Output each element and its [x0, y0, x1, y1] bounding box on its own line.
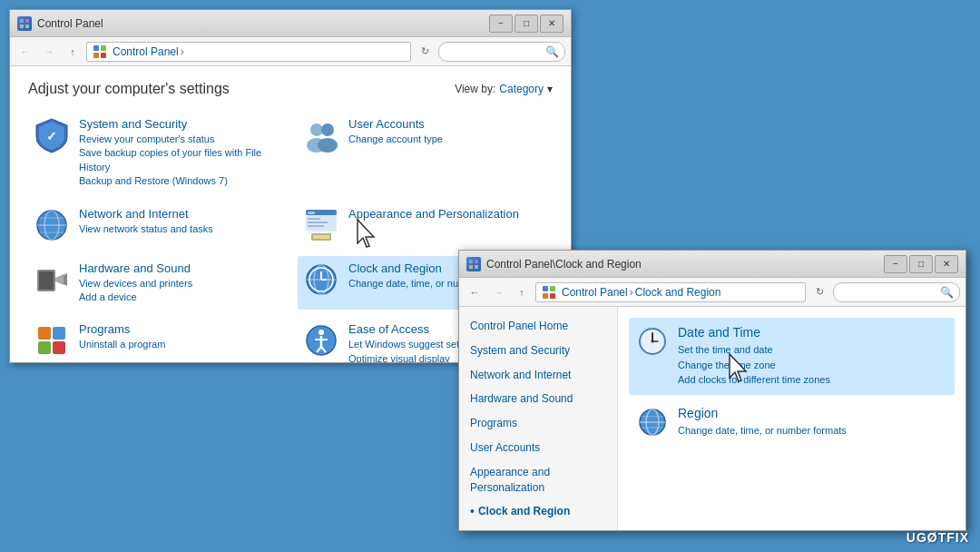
dropdown-arrow-icon: ▾: [547, 83, 553, 95]
minimize-button[interactable]: −: [489, 15, 513, 33]
svg-rect-38: [38, 341, 51, 354]
category-programs[interactable]: Programs Uninstall a program: [28, 317, 283, 362]
hardware-icon: [34, 261, 70, 298]
bullet-icon: •: [470, 504, 475, 519]
svg-rect-2: [20, 25, 24, 28]
date-time-text: Date and Time Set the time and date Chan…: [678, 325, 947, 388]
view-by: View by: Category ▾: [455, 83, 553, 95]
address-path[interactable]: Control Panel ›: [86, 42, 411, 62]
sub-search-box[interactable]: 🔍: [833, 282, 960, 302]
search-icon: 🔍: [545, 45, 559, 58]
appearance-icon: [303, 207, 339, 243]
sub-section-region[interactable]: Region Change date, time, or number form…: [629, 399, 955, 446]
main-title-bar: Control Panel − □ ✕: [10, 10, 571, 37]
sub-search-input[interactable]: [839, 286, 936, 299]
watermark: UGØTFIX: [906, 530, 969, 545]
date-time-link-3[interactable]: Add clocks for different time zones: [678, 372, 947, 388]
close-button[interactable]: ✕: [540, 15, 564, 33]
svg-rect-7: [101, 53, 106, 58]
hardware-link-2[interactable]: Add a device: [79, 291, 278, 304]
sub-main-panel: Date and Time Set the time and date Chan…: [618, 307, 965, 530]
programs-title[interactable]: Programs: [79, 322, 278, 336]
search-box[interactable]: 🔍: [438, 42, 565, 62]
sidebar-appearance[interactable]: Appearance and Personalization: [459, 460, 617, 500]
sub-sidebar: Control Panel Home System and Security N…: [459, 307, 618, 530]
category-appearance[interactable]: Appearance and Personalization: [298, 202, 553, 249]
view-by-value[interactable]: Category: [499, 83, 544, 95]
user-accounts-title[interactable]: User Accounts: [348, 117, 547, 131]
svg-rect-27: [39, 271, 54, 290]
svg-rect-25: [313, 235, 329, 239]
region-title[interactable]: Region: [678, 406, 947, 420]
view-by-label: View by:: [455, 83, 495, 95]
hardware-title[interactable]: Hardware and Sound: [79, 261, 278, 275]
category-hardware[interactable]: Hardware and Sound View devices and prin…: [28, 256, 283, 310]
sub-breadcrumb-cr[interactable]: Clock and Region: [635, 286, 721, 299]
sidebar-user-accounts[interactable]: User Accounts: [459, 436, 617, 460]
svg-point-12: [318, 138, 338, 153]
system-security-link-3[interactable]: Backup and Restore (Windows 7): [79, 174, 278, 188]
sub-back-button[interactable]: ←: [465, 282, 485, 302]
search-input[interactable]: [445, 45, 542, 58]
svg-point-9: [310, 123, 323, 136]
sub-minimize-button[interactable]: −: [884, 255, 907, 273]
back-button[interactable]: ←: [15, 42, 35, 62]
window-icon: [17, 16, 32, 31]
date-time-link-2[interactable]: Change the time zone: [678, 358, 947, 373]
sidebar-hardware-sound[interactable]: Hardware and Sound: [459, 387, 617, 411]
network-text: Network and Internet View network status…: [79, 207, 278, 236]
programs-link-1[interactable]: Uninstall a program: [79, 338, 278, 351]
sidebar-control-panel-home[interactable]: Control Panel Home: [459, 314, 617, 339]
category-system-security[interactable]: ✓ System and Security Review your comput…: [28, 112, 283, 194]
network-icon: [34, 207, 70, 243]
system-security-title[interactable]: System and Security: [79, 117, 278, 131]
date-time-icon: [636, 325, 669, 358]
refresh-button[interactable]: ↻: [415, 42, 435, 62]
up-button[interactable]: ↑: [63, 42, 83, 62]
maximize-button[interactable]: □: [514, 15, 538, 33]
sidebar-system-security[interactable]: System and Security: [459, 339, 617, 363]
category-user-accounts[interactable]: User Accounts Change account type: [298, 112, 553, 194]
forward-button[interactable]: →: [39, 42, 59, 62]
region-link-1[interactable]: Change date, time, or number formats: [678, 423, 947, 439]
sub-maximize-button[interactable]: □: [909, 255, 933, 273]
svg-rect-47: [475, 260, 478, 263]
svg-rect-51: [550, 286, 555, 291]
page-title: Adjust your computer's settings: [28, 81, 230, 97]
programs-icon: [34, 322, 70, 359]
network-title[interactable]: Network and Internet: [79, 207, 278, 221]
main-window-title: Control Panel: [37, 17, 103, 30]
breadcrumb-control-panel[interactable]: Control Panel: [113, 45, 179, 58]
date-time-title[interactable]: Date and Time: [678, 325, 947, 340]
system-security-link-2[interactable]: Save backup copies of your files with Fi…: [79, 146, 278, 174]
category-network[interactable]: Network and Internet View network status…: [28, 202, 283, 249]
sidebar-programs[interactable]: Programs: [459, 411, 617, 436]
content-header: Adjust your computer's settings View by:…: [28, 81, 553, 97]
sub-section-date-time[interactable]: Date and Time Set the time and date Chan…: [629, 318, 955, 395]
svg-text:✓: ✓: [46, 129, 57, 143]
svg-rect-0: [20, 19, 24, 23]
network-link-1[interactable]: View network status and tasks: [79, 222, 278, 236]
sub-close-button[interactable]: ✕: [935, 255, 958, 273]
appearance-title[interactable]: Appearance and Personalization: [348, 207, 547, 221]
clock-region-icon: [303, 261, 339, 298]
sub-breadcrumb: Control Panel › Clock and Region: [542, 285, 720, 300]
sub-address-path[interactable]: Control Panel › Clock and Region: [535, 282, 806, 302]
svg-rect-1: [25, 19, 29, 23]
sidebar-ease-access[interactable]: Ease of Access: [459, 524, 617, 530]
sub-up-button[interactable]: ↑: [512, 282, 532, 302]
system-security-link-1[interactable]: Review your computer's status: [79, 133, 278, 146]
sub-breadcrumb-cp[interactable]: Control Panel: [562, 286, 628, 299]
user-accounts-link-1[interactable]: Change account type: [348, 133, 547, 146]
programs-text: Programs Uninstall a program: [79, 322, 278, 351]
svg-rect-48: [469, 265, 473, 269]
sidebar-clock-region[interactable]: Clock and Region: [478, 504, 570, 519]
appearance-text: Appearance and Personalization: [348, 207, 547, 222]
sub-search-icon: 🔍: [940, 286, 954, 299]
sub-forward-button[interactable]: →: [488, 282, 508, 302]
date-time-link-1[interactable]: Set the time and date: [678, 342, 947, 358]
sub-refresh-button[interactable]: ↻: [809, 282, 829, 302]
hardware-link-1[interactable]: View devices and printers: [79, 277, 278, 291]
sidebar-network-internet[interactable]: Network and Internet: [459, 363, 617, 388]
svg-rect-52: [543, 293, 548, 299]
